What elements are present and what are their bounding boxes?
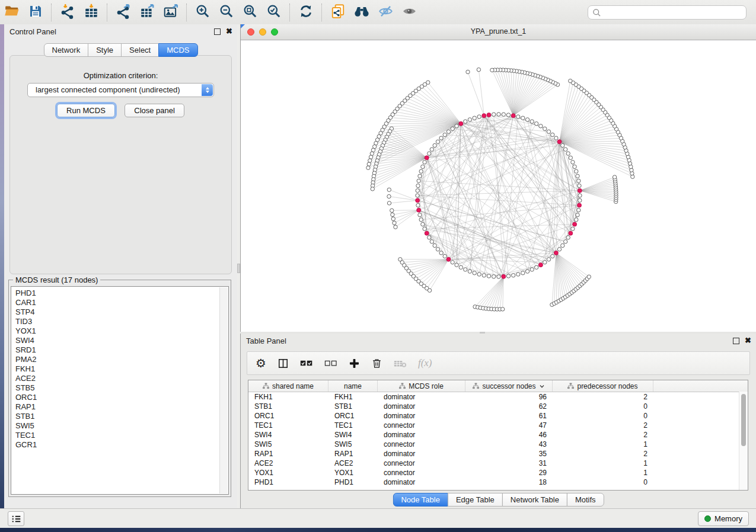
graph-node[interactable]: [551, 254, 554, 258]
close-panel-icon[interactable]: ✖: [745, 337, 751, 344]
dominator-node[interactable]: [554, 251, 558, 255]
graph-node[interactable]: [421, 222, 425, 226]
graph-node[interactable]: [391, 217, 395, 220]
export-network-button[interactable]: [111, 2, 135, 23]
run-mcds-button[interactable]: Run MCDS: [57, 104, 115, 117]
table-row[interactable]: FKH1FKH1dominator962: [248, 392, 748, 402]
graph-node[interactable]: [433, 243, 436, 247]
result-list-scrollbar[interactable]: [219, 287, 228, 493]
dominator-node[interactable]: [511, 114, 515, 118]
dominator-node[interactable]: [425, 231, 429, 235]
graph-node[interactable]: [446, 130, 450, 133]
float-panel-icon[interactable]: [733, 338, 739, 344]
graph-node[interactable]: [477, 115, 481, 118]
column-header-successor-nodes[interactable]: successor nodes: [465, 380, 553, 392]
graph-node[interactable]: [576, 174, 579, 178]
result-item[interactable]: TID3: [15, 317, 228, 326]
import-network-button[interactable]: [56, 2, 79, 23]
select-all-button[interactable]: [300, 358, 313, 368]
graph-node[interactable]: [566, 236, 570, 239]
export-image-button[interactable]: [159, 2, 183, 23]
result-item[interactable]: GCR1: [15, 440, 228, 450]
show-all-button[interactable]: [397, 2, 421, 23]
graph-node[interactable]: [428, 236, 431, 239]
graph-node[interactable]: [576, 213, 579, 217]
graph-node[interactable]: [535, 122, 538, 126]
zoom-out-button[interactable]: [215, 2, 238, 23]
graph-node[interactable]: [477, 273, 481, 276]
graph-node[interactable]: [455, 124, 458, 128]
tab-node-table[interactable]: Node Table: [393, 493, 448, 507]
column-header-shared-name[interactable]: shared name: [248, 380, 328, 392]
function-builder-button[interactable]: f(x): [418, 357, 432, 369]
graph-node[interactable]: [506, 113, 510, 117]
minimize-window-button[interactable]: [259, 28, 266, 36]
graph-node[interactable]: [554, 136, 558, 140]
delete-column-button[interactable]: [394, 358, 407, 368]
table-scrollbar[interactable]: [739, 392, 748, 490]
result-item[interactable]: SWI4: [15, 336, 228, 345]
graph-node[interactable]: [573, 165, 576, 168]
graph-node[interactable]: [451, 261, 454, 264]
close-panel-button[interactable]: Close panel: [125, 104, 184, 117]
dominator-node[interactable]: [416, 198, 420, 203]
graph-node[interactable]: [547, 258, 550, 261]
graph-node[interactable]: [466, 70, 470, 73]
graph-node[interactable]: [561, 143, 564, 147]
table-row[interactable]: ACE2ACE2connector311: [248, 459, 748, 468]
first-neighbors-button[interactable]: [350, 2, 374, 23]
result-item[interactable]: RAP1: [15, 402, 228, 412]
result-item[interactable]: STB1: [15, 412, 228, 421]
graph-node[interactable]: [443, 133, 446, 136]
graph-node[interactable]: [506, 274, 510, 278]
graph-node[interactable]: [578, 194, 582, 197]
dominator-node[interactable]: [417, 208, 421, 212]
result-item[interactable]: ORC1: [15, 393, 228, 402]
close-window-button[interactable]: [247, 28, 254, 36]
table-row[interactable]: STB1STB1dominator620: [248, 402, 748, 411]
graph-node[interactable]: [482, 274, 486, 277]
zoom-fit-button[interactable]: [238, 2, 262, 23]
graph-node[interactable]: [459, 265, 462, 269]
graph-node[interactable]: [575, 169, 578, 173]
graph-node[interactable]: [371, 187, 374, 191]
graph-node[interactable]: [387, 201, 391, 205]
graph-node[interactable]: [428, 289, 431, 292]
graph-node[interactable]: [613, 175, 616, 179]
graph-node[interactable]: [512, 274, 515, 277]
graph-node[interactable]: [477, 68, 480, 71]
graph-node[interactable]: [416, 189, 419, 193]
table-row[interactable]: SWI5SWI5connector431: [248, 440, 748, 449]
hide-selected-button[interactable]: [374, 2, 397, 23]
graph-node[interactable]: [421, 165, 425, 168]
task-history-button[interactable]: [8, 511, 24, 526]
table-row[interactable]: TEC1TEC1connector472: [248, 421, 748, 430]
graph-node[interactable]: [455, 263, 458, 267]
dominator-node[interactable]: [538, 263, 543, 267]
graph-node[interactable]: [473, 116, 476, 120]
graph-node[interactable]: [564, 148, 567, 151]
graph-node[interactable]: [430, 240, 433, 243]
tab-edge-table[interactable]: Edge Table: [448, 493, 503, 507]
table-row[interactable]: YOX1YOX1connector291: [248, 468, 748, 477]
result-item[interactable]: CAR1: [15, 298, 228, 307]
result-item[interactable]: SWI5: [15, 421, 228, 431]
result-item[interactable]: SRD1: [15, 345, 228, 355]
column-header-mcds-role[interactable]: MCDS role: [378, 380, 465, 392]
graph-node[interactable]: [543, 261, 547, 264]
graph-node[interactable]: [497, 275, 500, 278]
graph-node[interactable]: [468, 118, 471, 121]
tab-mcds[interactable]: MCDS: [158, 43, 197, 57]
dominator-node[interactable]: [578, 188, 582, 193]
graph-node[interactable]: [525, 270, 529, 273]
graph-node[interactable]: [497, 113, 500, 116]
scrollbar-thumb[interactable]: [741, 394, 746, 446]
search-input[interactable]: [588, 5, 747, 20]
graph-node[interactable]: [547, 130, 550, 133]
graph-node[interactable]: [439, 136, 443, 140]
graph-node[interactable]: [530, 120, 534, 123]
import-table-button[interactable]: [79, 2, 103, 23]
graph-node[interactable]: [577, 179, 580, 182]
tab-network-table[interactable]: Network Table: [502, 493, 567, 507]
result-item[interactable]: STP4: [15, 307, 228, 317]
